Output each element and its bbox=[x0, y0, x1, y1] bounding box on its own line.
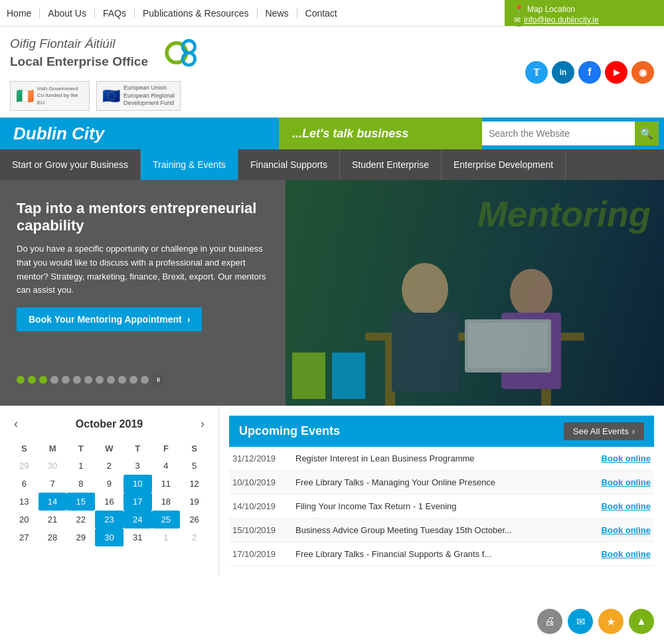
nav-publications[interactable]: Publications & Resources bbox=[135, 8, 258, 19]
nav-student-enterprise[interactable]: Student Enterprise bbox=[340, 149, 442, 180]
calendar-day[interactable]: 25 bbox=[152, 511, 181, 528]
calendar-day[interactable]: 6 bbox=[10, 475, 39, 493]
linkedin-icon[interactable]: in bbox=[552, 61, 574, 84]
calendar-day[interactable]: 15 bbox=[66, 493, 95, 511]
calendar-day[interactable]: 19 bbox=[180, 493, 208, 511]
calendar-day[interactable]: 29 bbox=[66, 528, 95, 546]
calendar-day[interactable]: 27 bbox=[10, 528, 39, 546]
calendar-day[interactable]: 26 bbox=[180, 511, 208, 528]
slide-dot-5[interactable] bbox=[62, 376, 70, 384]
nav-training-events[interactable]: Training & Events bbox=[141, 149, 238, 180]
nav-contact[interactable]: Contact bbox=[297, 8, 345, 19]
event-row: 15/10/2019Business Advice Group Meeting … bbox=[229, 519, 654, 542]
book-online-button[interactable]: Book online bbox=[602, 477, 651, 487]
event-name: Business Advice Group Meeting Tuesday 15… bbox=[295, 525, 595, 535]
calendar-day[interactable]: 22 bbox=[66, 511, 95, 528]
nav-home[interactable]: Home bbox=[7, 8, 40, 19]
book-online-button[interactable]: Book online bbox=[602, 501, 651, 511]
calendar-next-button[interactable]: › bbox=[197, 416, 208, 432]
calendar-day[interactable]: 13 bbox=[10, 493, 39, 511]
email-link[interactable]: info@leo.dublincity.ie bbox=[524, 15, 599, 25]
calendar-day[interactable]: 3 bbox=[124, 457, 152, 475]
calendar-day[interactable]: 30 bbox=[95, 528, 124, 546]
calendar-day[interactable]: 24 bbox=[124, 511, 152, 528]
slide-dot-8[interactable] bbox=[96, 376, 104, 384]
calendar-row: 20212223242526 bbox=[10, 511, 208, 528]
hero-cta-button[interactable]: Book Your Mentoring Appointment › bbox=[17, 307, 202, 331]
calendar-day[interactable]: 11 bbox=[152, 475, 181, 493]
pin-icon: 📍 bbox=[514, 5, 524, 14]
map-location-row: 📍 Map Location bbox=[514, 5, 655, 14]
event-date: 31/12/2019 bbox=[232, 453, 289, 463]
slide-dot-9[interactable] bbox=[107, 376, 115, 384]
nav-news[interactable]: News bbox=[258, 8, 297, 19]
calendar-day[interactable]: 1 bbox=[152, 528, 181, 546]
slide-dot-10[interactable] bbox=[118, 376, 126, 384]
slide-dot-6[interactable] bbox=[73, 376, 81, 384]
logo-section: Oifig Fiontair Áitiúil Local Enterprise … bbox=[10, 33, 525, 111]
nav-enterprise-development[interactable]: Enterprise Development bbox=[442, 149, 566, 180]
book-online-button[interactable]: Book online bbox=[602, 549, 651, 559]
calendar-day[interactable]: 17 bbox=[124, 493, 152, 511]
map-location-label: Map Location bbox=[527, 5, 575, 14]
calendar-day[interactable]: 2 bbox=[180, 528, 208, 546]
slide-dot-11[interactable] bbox=[129, 376, 137, 384]
calendar-row: 6789101112 bbox=[10, 475, 208, 493]
nav-financial-supports[interactable]: Financial Supports bbox=[238, 149, 340, 180]
slide-dot-4[interactable] bbox=[50, 376, 58, 384]
envelope-icon: ✉ bbox=[514, 15, 521, 25]
event-row: 31/12/2019Register Interest in Lean Busi… bbox=[229, 447, 654, 471]
calendar-day[interactable]: 4 bbox=[152, 457, 181, 475]
nav-about[interactable]: About Us bbox=[40, 8, 95, 19]
svg-point-8 bbox=[510, 269, 552, 317]
calendar-day[interactable]: 23 bbox=[95, 511, 124, 528]
book-online-button[interactable]: Book online bbox=[602, 525, 651, 535]
rss-icon[interactable]: ◉ bbox=[631, 61, 654, 84]
calendar-day[interactable]: 5 bbox=[180, 457, 208, 475]
calendar-day[interactable]: 20 bbox=[10, 511, 39, 528]
slide-dot-7[interactable] bbox=[84, 376, 92, 384]
bottom-shapes bbox=[286, 346, 372, 406]
calendar-month-title: October 2019 bbox=[76, 418, 143, 430]
calendar-day[interactable]: 8 bbox=[66, 475, 95, 493]
event-row: 14/10/2019Filing Your Income Tax Return … bbox=[229, 495, 654, 519]
calendar-day[interactable]: 12 bbox=[180, 475, 208, 493]
calendar-day[interactable]: 7 bbox=[39, 475, 67, 493]
irish-gov-logo: 🇮🇪 Irish GovernmentCo-funded by theEU bbox=[10, 81, 90, 111]
calendar-day[interactable]: 21 bbox=[39, 511, 67, 528]
nav-faqs[interactable]: FAQs bbox=[95, 8, 135, 19]
slide-dot-2[interactable] bbox=[28, 376, 36, 384]
slide-dot-12[interactable] bbox=[141, 376, 149, 384]
slide-dot-3[interactable] bbox=[39, 376, 47, 384]
calendar-day[interactable]: 10 bbox=[124, 475, 152, 493]
youtube-icon[interactable]: ▶ bbox=[605, 61, 627, 84]
search-button[interactable]: 🔍 bbox=[635, 121, 659, 145]
calendar-day[interactable]: 9 bbox=[95, 475, 124, 493]
see-all-events-button[interactable]: See All Events › bbox=[564, 422, 644, 440]
calendar-prev-button[interactable]: ‹ bbox=[10, 416, 22, 432]
calendar-day[interactable]: 1 bbox=[66, 457, 95, 475]
get-in-touch-panel: Get in Touch 📍 Map Location ✉ info@leo.d… bbox=[505, 0, 664, 26]
twitter-icon[interactable]: 𝕋 bbox=[525, 61, 548, 84]
calendar-day[interactable]: 16 bbox=[95, 493, 124, 511]
calendar-day[interactable]: 29 bbox=[10, 457, 39, 475]
book-online-button[interactable]: Book online bbox=[602, 453, 651, 463]
hero-slide-title: Tap into a mentors entrepreneurial capab… bbox=[17, 200, 269, 234]
hero-content: Tap into a mentors entrepreneurial capab… bbox=[17, 200, 269, 331]
calendar-day[interactable]: 2 bbox=[95, 457, 124, 475]
search-area: 🔍 bbox=[482, 121, 659, 145]
logo-icon bbox=[155, 33, 205, 73]
facebook-icon[interactable]: f bbox=[578, 61, 601, 84]
slide-pause-button[interactable]: ⏸ bbox=[152, 374, 164, 386]
search-input[interactable] bbox=[482, 121, 635, 145]
logo-line1: Oifig Fiontair Áitiúil bbox=[10, 35, 148, 53]
calendar-day[interactable]: 31 bbox=[124, 528, 152, 546]
calendar-day[interactable]: 28 bbox=[39, 528, 67, 546]
slide-dot-1[interactable] bbox=[17, 376, 25, 384]
calendar-day[interactable]: 18 bbox=[152, 493, 181, 511]
calendar-day[interactable]: 30 bbox=[39, 457, 67, 475]
nav-start-grow[interactable]: Start or Grow your Business bbox=[0, 149, 141, 180]
calendar-day[interactable]: 14 bbox=[39, 493, 67, 511]
cal-header-wed: W bbox=[95, 440, 124, 457]
event-row: 17/10/2019Free Library Talks - Financial… bbox=[229, 542, 654, 566]
